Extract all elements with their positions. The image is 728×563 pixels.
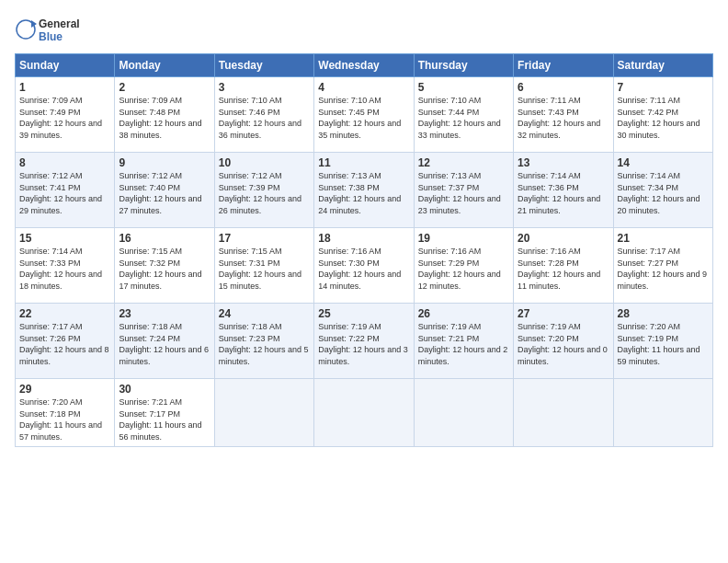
weekday-header-row: SundayMondayTuesdayWednesdayThursdayFrid… [16,54,713,77]
day-info: Sunrise: 7:14 AM Sunset: 7:36 PM Dayligh… [518,170,609,216]
calendar-cell: 19Sunrise: 7:16 AM Sunset: 7:29 PM Dayli… [414,228,513,304]
day-info: Sunrise: 7:09 AM Sunset: 7:49 PM Dayligh… [19,95,110,141]
calendar-cell [414,379,513,447]
day-info: Sunrise: 7:13 AM Sunset: 7:37 PM Dayligh… [418,170,509,216]
day-info: Sunrise: 7:14 AM Sunset: 7:33 PM Dayligh… [19,246,110,292]
day-number: 1 [19,81,110,94]
day-number: 13 [518,156,609,169]
calendar-cell: 29Sunrise: 7:20 AM Sunset: 7:18 PM Dayli… [16,379,115,447]
calendar-cell: 5Sunrise: 7:10 AM Sunset: 7:44 PM Daylig… [414,77,513,153]
day-number: 15 [19,232,110,245]
day-info: Sunrise: 7:12 AM Sunset: 7:40 PM Dayligh… [119,170,210,216]
day-number: 19 [418,232,509,245]
day-info: Sunrise: 7:19 AM Sunset: 7:22 PM Dayligh… [318,321,409,367]
day-number: 11 [318,156,409,169]
calendar-cell [314,379,414,447]
calendar-cell: 7Sunrise: 7:11 AM Sunset: 7:42 PM Daylig… [613,77,712,153]
day-number: 7 [618,81,709,94]
calendar-cell: 13Sunrise: 7:14 AM Sunset: 7:36 PM Dayli… [514,153,613,228]
day-number: 25 [318,307,409,320]
day-info: Sunrise: 7:19 AM Sunset: 7:21 PM Dayligh… [418,321,509,367]
day-number: 17 [219,232,310,245]
calendar-cell: 17Sunrise: 7:15 AM Sunset: 7:31 PM Dayli… [214,228,313,304]
calendar-cell: 26Sunrise: 7:19 AM Sunset: 7:21 PM Dayli… [414,304,513,379]
week-row-2: 15Sunrise: 7:14 AM Sunset: 7:33 PM Dayli… [16,228,713,304]
weekday-header-sunday: Sunday [16,54,115,77]
weekday-header-friday: Friday [514,54,613,77]
day-info: Sunrise: 7:12 AM Sunset: 7:39 PM Dayligh… [219,170,310,216]
page: GeneralBlue SundayMondayTuesdayWednesday… [0,0,728,456]
calendar-cell [613,379,712,447]
weekday-header-thursday: Thursday [414,54,513,77]
day-number: 14 [618,156,709,169]
calendar-cell: 6Sunrise: 7:11 AM Sunset: 7:43 PM Daylig… [514,77,613,153]
day-number: 5 [418,81,509,94]
day-info: Sunrise: 7:19 AM Sunset: 7:20 PM Dayligh… [518,321,609,367]
day-info: Sunrise: 7:18 AM Sunset: 7:24 PM Dayligh… [119,321,210,367]
calendar-cell: 2Sunrise: 7:09 AM Sunset: 7:48 PM Daylig… [115,77,214,153]
day-info: Sunrise: 7:10 AM Sunset: 7:45 PM Dayligh… [318,95,409,141]
day-number: 28 [618,307,709,320]
calendar-cell: 28Sunrise: 7:20 AM Sunset: 7:19 PM Dayli… [613,304,712,379]
week-row-4: 29Sunrise: 7:20 AM Sunset: 7:18 PM Dayli… [16,379,713,447]
day-number: 12 [418,156,509,169]
day-number: 8 [19,156,110,169]
calendar-cell: 18Sunrise: 7:16 AM Sunset: 7:30 PM Dayli… [314,228,414,304]
calendar: SundayMondayTuesdayWednesdayThursdayFrid… [15,53,713,447]
day-info: Sunrise: 7:15 AM Sunset: 7:32 PM Dayligh… [119,246,210,292]
day-number: 20 [518,232,609,245]
day-info: Sunrise: 7:11 AM Sunset: 7:43 PM Dayligh… [518,95,609,141]
day-info: Sunrise: 7:13 AM Sunset: 7:38 PM Dayligh… [318,170,409,216]
day-number: 22 [19,307,110,320]
calendar-cell: 8Sunrise: 7:12 AM Sunset: 7:41 PM Daylig… [16,153,115,228]
calendar-cell: 23Sunrise: 7:18 AM Sunset: 7:24 PM Dayli… [115,304,214,379]
day-number: 9 [119,156,210,169]
calendar-cell: 20Sunrise: 7:16 AM Sunset: 7:28 PM Dayli… [514,228,613,304]
day-number: 6 [518,81,609,94]
calendar-cell: 3Sunrise: 7:10 AM Sunset: 7:46 PM Daylig… [214,77,313,153]
weekday-header-monday: Monday [115,54,214,77]
svg-text:Blue: Blue [39,30,63,43]
day-number: 21 [618,232,709,245]
calendar-cell: 10Sunrise: 7:12 AM Sunset: 7:39 PM Dayli… [214,153,313,228]
day-number: 16 [119,232,210,245]
week-row-1: 8Sunrise: 7:12 AM Sunset: 7:41 PM Daylig… [16,153,713,228]
calendar-cell: 16Sunrise: 7:15 AM Sunset: 7:32 PM Dayli… [115,228,214,304]
day-info: Sunrise: 7:10 AM Sunset: 7:46 PM Dayligh… [219,95,310,141]
week-row-3: 22Sunrise: 7:17 AM Sunset: 7:26 PM Dayli… [16,304,713,379]
day-info: Sunrise: 7:20 AM Sunset: 7:18 PM Dayligh… [19,396,110,442]
day-number: 30 [119,383,210,396]
day-number: 26 [418,307,509,320]
day-number: 23 [119,307,210,320]
day-number: 2 [119,81,210,94]
calendar-cell: 27Sunrise: 7:19 AM Sunset: 7:20 PM Dayli… [514,304,613,379]
calendar-cell: 12Sunrise: 7:13 AM Sunset: 7:37 PM Dayli… [414,153,513,228]
calendar-cell [214,379,313,447]
calendar-cell: 14Sunrise: 7:14 AM Sunset: 7:34 PM Dayli… [613,153,712,228]
weekday-header-tuesday: Tuesday [214,54,313,77]
calendar-cell: 25Sunrise: 7:19 AM Sunset: 7:22 PM Dayli… [314,304,414,379]
day-number: 3 [219,81,310,94]
calendar-cell: 21Sunrise: 7:17 AM Sunset: 7:27 PM Dayli… [613,228,712,304]
day-info: Sunrise: 7:21 AM Sunset: 7:17 PM Dayligh… [119,396,210,442]
day-info: Sunrise: 7:16 AM Sunset: 7:28 PM Dayligh… [518,246,609,292]
day-info: Sunrise: 7:09 AM Sunset: 7:48 PM Dayligh… [119,95,210,141]
day-number: 29 [19,383,110,396]
day-info: Sunrise: 7:10 AM Sunset: 7:44 PM Dayligh… [418,95,509,141]
calendar-cell: 15Sunrise: 7:14 AM Sunset: 7:33 PM Dayli… [16,228,115,304]
calendar-cell: 11Sunrise: 7:13 AM Sunset: 7:38 PM Dayli… [314,153,414,228]
day-number: 10 [219,156,310,169]
day-info: Sunrise: 7:17 AM Sunset: 7:27 PM Dayligh… [618,246,709,292]
day-info: Sunrise: 7:17 AM Sunset: 7:26 PM Dayligh… [19,321,110,367]
day-info: Sunrise: 7:20 AM Sunset: 7:19 PM Dayligh… [618,321,709,367]
day-info: Sunrise: 7:16 AM Sunset: 7:29 PM Dayligh… [418,246,509,292]
calendar-cell: 4Sunrise: 7:10 AM Sunset: 7:45 PM Daylig… [314,77,414,153]
calendar-cell: 22Sunrise: 7:17 AM Sunset: 7:26 PM Dayli… [16,304,115,379]
svg-text:General: General [39,17,80,30]
day-info: Sunrise: 7:15 AM Sunset: 7:31 PM Dayligh… [219,246,310,292]
day-info: Sunrise: 7:16 AM Sunset: 7:30 PM Dayligh… [318,246,409,292]
day-number: 24 [219,307,310,320]
weekday-header-saturday: Saturday [613,54,712,77]
day-number: 27 [518,307,609,320]
weekday-header-wednesday: Wednesday [314,54,414,77]
